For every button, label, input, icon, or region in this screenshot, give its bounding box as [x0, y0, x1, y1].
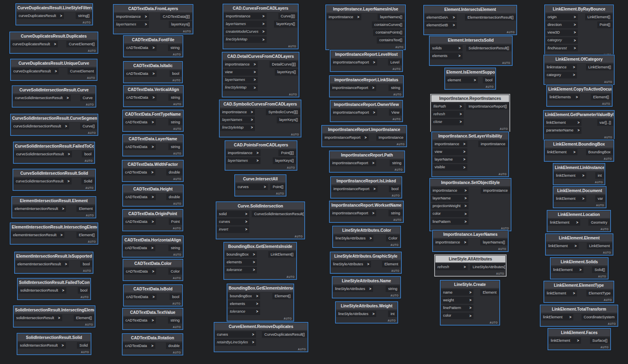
node-LineStyleAttributes.GraphicStyle[interactable]: LineStyleAttributes.GraphicStylelineStyl…	[330, 252, 402, 274]
output-port-Element[interactable]: Element	[76, 205, 95, 212]
node-title[interactable]: SolidIntersectionResult.FailedToConvert	[18, 279, 90, 286]
input-port-linePattern[interactable]: linePattern>	[431, 218, 469, 225]
input-port-solidIntersectionResult[interactable]: solidIntersectionResult>	[18, 287, 66, 294]
input-port-cADTextData[interactable]: cADTextData>	[123, 119, 156, 125]
input-port-filePath[interactable]: filePath>	[431, 103, 464, 110]
output-port-layerNames[][interactable]: layerNames[]	[480, 239, 507, 245]
node-ImportInstance.SetLayerVisibility[interactable]: ImportInstance.SetLayerVisibilityimportI…	[431, 131, 509, 177]
input-port-lineStyleMap[interactable]: lineStyleMap>	[220, 125, 255, 131]
node-CurveSolidIntersectionResult.Curve[interactable]: CurveSolidIntersectionResult.CurvecurveS…	[12, 85, 96, 108]
input-port-view[interactable]: view>	[223, 69, 258, 75]
node-title[interactable]: LinkElement.Faces	[549, 329, 610, 336]
node-CADTextData.TextValue[interactable]: CADTextData.TextValuecADTextData>stringA…	[122, 308, 183, 330]
node-title[interactable]: LinkElement.OfCategory	[545, 56, 613, 63]
input-port-curveDuplicatesResult[interactable]: curveDuplicatesResult>	[11, 68, 59, 74]
input-port-importInstance[interactable]: importInstance>	[220, 109, 255, 115]
input-port-linkElement[interactable]: linkElement>	[546, 243, 579, 249]
output-port-string[interactable]: string	[388, 85, 403, 91]
node-title[interactable]: CADTextData.FontTypeName	[123, 111, 182, 118]
input-port-solidIntersectionResult[interactable]: solidIntersectionResult>	[14, 315, 62, 321]
node-title[interactable]: CurveSolidIntersectionResult.Curve	[13, 87, 95, 93]
node-CurveDuplicatesResult.LineStyleFilters[interactable]: CurveDuplicatesResult.LineStyleFilterscu…	[15, 3, 93, 25]
input-port-importInstance[interactable]: importInstance>	[226, 150, 261, 156]
input-port-visible[interactable]: visible>	[433, 164, 467, 171]
input-port-elementIntersectionResult[interactable]: elementIntersectionResult>	[15, 261, 69, 267]
input-port-layerName[interactable]: layerName>	[431, 195, 469, 201]
input-port-layerNames[interactable]: layerNames>	[224, 21, 267, 27]
node-title[interactable]: ImportInstance.LayerNames	[433, 231, 507, 238]
node-title[interactable]: LineStyleAttributes.GraphicStyle	[331, 253, 401, 260]
input-port-importInstance[interactable]: importInstance>	[433, 239, 468, 245]
node-title[interactable]: ImportInstance.LayerNamesInUse	[327, 6, 405, 13]
output-port-importInstance[interactable]: importInstance	[478, 141, 508, 147]
output-port-importInstance[interactable]: importInstance	[481, 187, 510, 194]
input-port-importInstanceReport[interactable]: importInstanceReport>	[331, 109, 377, 116]
node-SolidIntersectionResult.FailedToConvert[interactable]: SolidIntersectionResult.FailedToConverts…	[17, 278, 91, 300]
node-title[interactable]: CADTextData.WidthFactor	[123, 161, 182, 168]
input-port-importInstance[interactable]: importInstance>	[431, 187, 469, 194]
output-port-LinkElement[][interactable]: LinkElement[]	[268, 251, 296, 258]
node-ImportInstance.LayerNames[interactable]: ImportInstance.LayerNamesimportInstance>…	[432, 230, 509, 252]
output-port-Curve[interactable]: Curve	[80, 95, 95, 101]
input-port-cADTextData[interactable]: cADTextData>	[124, 70, 157, 77]
input-port-layerName[interactable]: layerName>	[433, 157, 467, 163]
output-port-Curve[][][interactable]: Curve[][]	[278, 13, 297, 19]
input-port-cADTextData[interactable]: cADTextData>	[124, 294, 157, 300]
output-port-Element[interactable]: Element	[382, 261, 401, 267]
node-LinkElement.Solids[interactable]: LinkElement.SolidslinkElement>Solid[]AUT…	[550, 257, 609, 279]
input-port-retainByLineStyles[interactable]: retainByLineStyles>	[215, 339, 256, 345]
input-port-createModelCurves[interactable]: createModelCurves>	[224, 29, 267, 35]
output-port-LinkElement[][interactable]: LinkElement[]	[586, 64, 613, 70]
node-CADTextData.WidthFactor[interactable]: CADTextData.WidthFactorcADTextData>doubl…	[122, 160, 184, 182]
input-port-layerNames[interactable]: layerNames>	[114, 21, 149, 28]
output-port-layerKeys[][interactable]: layerKeys[]	[277, 116, 300, 123]
node-LinkElement.GetParameterValueByName[interactable]: LinkElement.GetParameterValueByNamelinkE…	[543, 110, 615, 140]
node-title[interactable]: CADTextData.FontFile	[124, 36, 182, 43]
input-port-curveDuplicatesResult[interactable]: curveDuplicatesResult>	[11, 41, 58, 47]
input-port-cADTextData[interactable]: cADTextData>	[124, 268, 156, 275]
node-LineStyleAttributes.Color[interactable]: LineStyleAttributes.ColorlineStyleAttrib…	[332, 226, 401, 248]
input-port-elements[interactable]: elements>	[228, 301, 260, 307]
node-ImportInstanceReport.IsLinked[interactable]: ImportInstanceReport.IsLinkedimportInsta…	[330, 176, 402, 199]
input-port-lineStyleAttributes[interactable]: lineStyleAttributes>	[333, 286, 373, 292]
input-port-importInstanceReport[interactable]: importInstanceReport>	[331, 59, 377, 66]
input-port-cADTextData[interactable]: cADTextData>	[123, 317, 156, 324]
output-port-var[interactable]: var	[595, 195, 605, 202]
output-port-bool[interactable]: bool	[483, 77, 495, 83]
node-title[interactable]: CADTextData.IsBold	[124, 286, 182, 292]
output-port-ElementIntersectionResult[][interactable]: ElementIntersectionResult[]	[465, 14, 516, 21]
output-port-string[][interactable]: string[]	[76, 13, 92, 19]
input-port-color[interactable]: color>	[431, 211, 469, 217]
node-title[interactable]: LinkElement.Solids	[551, 258, 607, 265]
input-port-linkElement[interactable]: linkElement>	[554, 195, 586, 202]
output-port-double[interactable]: double	[166, 194, 182, 200]
output-port-CADTextData[][][interactable]: CADTextData[][]	[160, 13, 192, 20]
graph-canvas[interactable]: CurveDuplicatesResult.LineStyleFilterscu…	[0, 0, 628, 364]
input-port-layerNames[interactable]: layerNames>	[223, 77, 258, 83]
input-port-boundingBox[interactable]: boundingBox>	[228, 293, 260, 299]
input-port-curveSolidIntersectionResult[interactable]: curveSolidIntersectionResult>	[13, 95, 71, 101]
node-SolidIntersectionResult.IntersectingElements[interactable]: SolidIntersectionResult.IntersectingElem…	[13, 305, 95, 328]
input-port-cADTextData[interactable]: cADTextData>	[123, 218, 156, 225]
output-port-CurveDuplicatesResult[][interactable]: CurveDuplicatesResult[]	[262, 331, 307, 338]
input-port-linkElement[interactable]: linkElement>	[544, 119, 581, 126]
input-port-linkElement[interactable]: linkElement>	[548, 219, 580, 226]
node-title[interactable]: CAD.SymbolicCurvesFromCADLayers	[220, 101, 300, 108]
node-CAD.SymbolicCurvesFromCADLayers[interactable]: CAD.SymbolicCurvesFromCADLayersimportIns…	[219, 99, 301, 138]
node-ImportInstance.LayerNamesInUse[interactable]: ImportInstance.LayerNamesInUseimportInst…	[325, 4, 406, 50]
output-port-containsCurves[][interactable]: containsCurves[]	[372, 21, 405, 28]
node-LinkElement.Element[interactable]: LinkElement.ElementlinkElement>LinkEleme…	[545, 233, 613, 256]
node-title[interactable]: LinkElement.CopyToActiveDocument	[547, 86, 611, 93]
input-port-curveSolidIntersectionResult[interactable]: curveSolidIntersectionResult>	[11, 123, 69, 129]
input-port-lineStyleMap[interactable]: lineStyleMap>	[223, 85, 258, 91]
node-title[interactable]: CurveElement.RemoveDuplicates	[215, 323, 307, 330]
input-port-linkInstance[interactable]: linkInstance>	[545, 64, 577, 70]
node-LinkElement.ElementType[interactable]: LinkElement.ElementTypelinkElement>Eleme…	[543, 281, 614, 303]
node-CurveDuplicatesResult.Duplicates[interactable]: CurveDuplicatesResult.DuplicatescurveDup…	[9, 32, 98, 54]
output-port-LineStyleAttributes[][interactable]: LineStyleAttributes[]	[470, 264, 505, 270]
node-ImportInstanceReport.ImportInstance[interactable]: ImportInstanceReport.ImportInstanceimpor…	[321, 125, 407, 147]
node-ImportInstanceReport.OwnerView[interactable]: ImportInstanceReport.OwnerViewimportInst…	[330, 100, 403, 122]
input-port-importInstance[interactable]: importInstance>	[327, 14, 361, 20]
input-port-lineStyleMap[interactable]: lineStyleMap>	[224, 36, 267, 43]
node-title[interactable]: ImportInstance.ReportInstances	[431, 95, 509, 102]
